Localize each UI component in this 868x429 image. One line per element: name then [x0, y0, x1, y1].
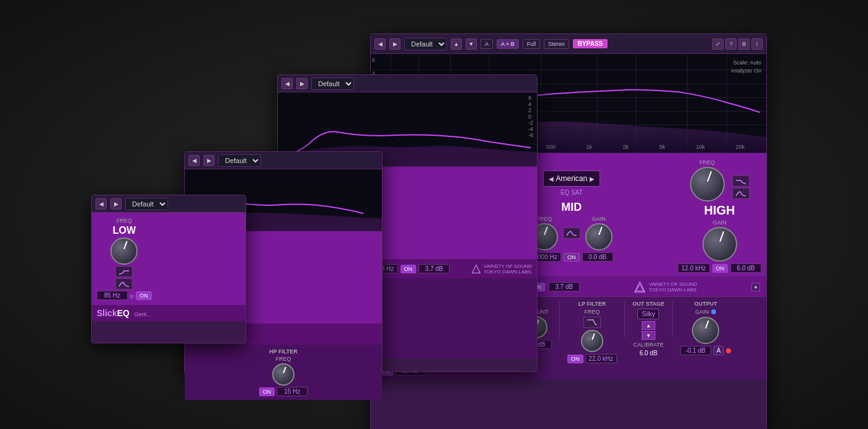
- sm-low2-gain: 3.7 dB: [418, 264, 450, 273]
- sm-logo-text: VARIETY OF SOUND TOKYO DAWN LABS: [484, 263, 532, 275]
- settings-button[interactable]: ⚙: [738, 38, 750, 50]
- high-freq-knob[interactable]: [690, 167, 725, 201]
- eq-type-next-button[interactable]: ▶: [590, 175, 595, 182]
- eq-sat-label: EQ SAT: [560, 189, 583, 196]
- sm-logo-icon: [471, 264, 481, 274]
- out-stage-down-button[interactable]: ▼: [642, 331, 655, 340]
- xs-preset-dropdown[interactable]: Default: [218, 154, 261, 167]
- back-button[interactable]: ◀: [374, 38, 386, 50]
- output-dot-blue: [711, 309, 716, 314]
- high-gain-knob[interactable]: [702, 227, 737, 262]
- logo-text-area: VARIETY OF SOUND TOKYO DAWN LABS: [649, 281, 697, 293]
- mid-gain-knob[interactable]: [585, 223, 613, 250]
- output-gain-row: GAIN: [695, 309, 716, 315]
- info-button[interactable]: i: [751, 38, 763, 50]
- stereo-button[interactable]: Stereo: [544, 39, 569, 49]
- header-right-buttons: ⤢ ? ⚙ i: [712, 38, 763, 50]
- scale-label: Scale: Auto: [730, 59, 761, 67]
- output-section: OUTPUT GAIN -0.1 dB A: [680, 301, 732, 355]
- high-section: FREQ HIGH GAIN 12: [678, 159, 761, 273]
- xxs-brand: SlickEQ: [97, 308, 130, 318]
- lp-filter-section: LP FILTER FREQ ON 22.0 kHz: [567, 301, 617, 363]
- high-on-button[interactable]: ON: [712, 264, 728, 273]
- freq-label-2k: 2k: [622, 144, 629, 150]
- eq-type-prev-button[interactable]: ◀: [549, 175, 554, 182]
- lp-filter-freq-knob[interactable]: [581, 330, 603, 352]
- forward-button[interactable]: ▶: [389, 38, 401, 50]
- main-plugin-header: ◀ ▶ Default ▲ ▼ A A > B Full Stereo BYPA…: [371, 34, 766, 54]
- sm-preset-dropdown[interactable]: Default: [311, 77, 354, 90]
- high-gain-label: GAIN: [713, 219, 727, 226]
- a-button[interactable]: A: [480, 39, 493, 49]
- preset-dropdown[interactable]: Default: [404, 38, 447, 50]
- analyzer-on-label: Analyzer On: [730, 67, 761, 75]
- xs-hp-knob[interactable]: [272, 363, 294, 386]
- sm-tokyo-text: TOKYO DAWN LABS: [484, 269, 532, 275]
- lp-filter-shape-1[interactable]: [583, 317, 601, 328]
- divider-3: [624, 301, 625, 338]
- sm-forward-button[interactable]: ▶: [296, 78, 308, 89]
- mid-section-title: MID: [561, 201, 582, 214]
- preset-next-button[interactable]: ▼: [466, 38, 477, 50]
- low2-gain-value: 3.7 dB: [549, 282, 580, 291]
- xs-forward-button[interactable]: ▶: [203, 155, 215, 166]
- eq-type-selector[interactable]: ◀ American ▶: [543, 170, 601, 187]
- xs-hp-on-button[interactable]: ON: [259, 387, 275, 396]
- lp-filter-on-button[interactable]: ON: [567, 355, 583, 363]
- xxs-brand-row: SlickEQ Gent...: [92, 305, 246, 321]
- output-a-button[interactable]: A: [714, 346, 724, 355]
- xxs-preset-dropdown[interactable]: Default: [125, 198, 168, 210]
- lp-filter-freq-value: 22.0 kHz: [585, 354, 617, 363]
- xxs-value-row: 85 Hz φ ON: [97, 291, 152, 300]
- mid-bell-button[interactable]: [563, 228, 580, 239]
- variety-of-sound-logo: [634, 281, 646, 293]
- mid-freq-label: FREQ: [536, 216, 552, 222]
- collapse-icon: ▲: [753, 284, 758, 290]
- gain-label-6: 6: [372, 57, 377, 63]
- divider-2: [559, 301, 560, 338]
- eq-type-text: American: [556, 174, 588, 183]
- preset-prev-button[interactable]: ▲: [451, 38, 462, 50]
- mid-section: MID FREQ GAIN: [530, 201, 613, 262]
- mid-gain-knob-container: GAIN: [585, 216, 613, 250]
- xxs-low-knob[interactable]: [110, 237, 138, 265]
- bypass-button[interactable]: BYPASS: [573, 39, 608, 48]
- high-gain-knob-container: GAIN: [702, 219, 737, 262]
- xxs-back-button[interactable]: ◀: [95, 198, 107, 210]
- collapse-button[interactable]: ▲: [751, 283, 760, 291]
- xxs-low-section: FREQ LOW 85 Hz φ ON: [97, 218, 152, 300]
- high-shelf-button[interactable]: [732, 175, 750, 187]
- xxs-on-button[interactable]: ON: [136, 291, 152, 300]
- high-freq-label: FREQ: [699, 159, 715, 166]
- xxs-forward-button[interactable]: ▶: [110, 198, 122, 210]
- sm-variety-text: VARIETY OF SOUND: [484, 263, 532, 269]
- high-section-title: HIGH: [704, 203, 735, 218]
- xxs-bell-button[interactable]: [115, 278, 133, 290]
- xxs-freq-label: FREQ: [117, 218, 132, 224]
- xs-back-button[interactable]: ◀: [188, 155, 200, 166]
- freq-label-5k: 5k: [660, 144, 666, 150]
- xxs-shelf-button[interactable]: [115, 266, 133, 277]
- full-button[interactable]: Full: [523, 39, 541, 49]
- high-bell-button[interactable]: [732, 188, 750, 199]
- logos-area: VARIETY OF SOUND TOKYO DAWN LABS: [634, 281, 697, 293]
- sm-low2-on-button[interactable]: ON: [401, 265, 417, 273]
- mid-on-button[interactable]: ON: [564, 253, 580, 262]
- sm-gain-labels: 6420-2-4-6: [528, 95, 533, 138]
- mid-value-row: 1000 Hz ON 0.0 dB: [530, 252, 613, 262]
- mid-gain-label: GAIN: [592, 216, 606, 222]
- help-button[interactable]: ?: [725, 38, 737, 50]
- xxs-edition: Gent...: [134, 311, 151, 317]
- xxs-plugin-window: ◀ ▶ Default FREQ LOW 85 Hz φ ON: [91, 195, 246, 343]
- sm-back-button[interactable]: ◀: [281, 78, 293, 89]
- freq-label-10k: 10k: [696, 144, 706, 150]
- ab-button[interactable]: A > B: [497, 39, 519, 49]
- output-gain-knob[interactable]: [692, 317, 719, 344]
- high-filter-shapes: [732, 175, 750, 199]
- calibrate-label: CALIBRATE: [633, 342, 663, 348]
- xs-hp-freq-label: FREQ: [275, 356, 291, 362]
- out-stage-up-button[interactable]: ▲: [642, 321, 655, 330]
- resize-button[interactable]: ⤢: [712, 38, 724, 50]
- out-stage-style: Silky: [637, 309, 659, 319]
- high-section-label-row: HIGH: [704, 203, 735, 218]
